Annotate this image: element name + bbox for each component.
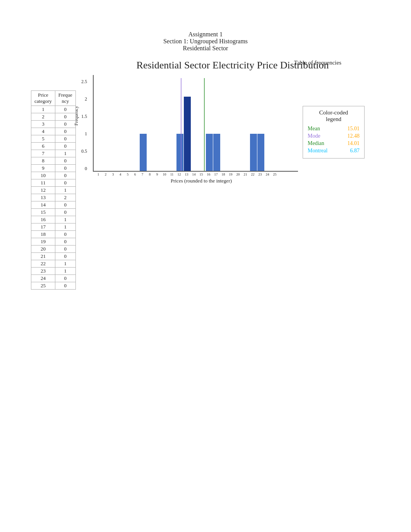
bar-23 xyxy=(257,134,264,171)
y-ticks: 2.5 2 1.5 1 0.5 0 xyxy=(81,79,87,172)
bar-17 xyxy=(213,134,220,171)
x-label-13: 13 xyxy=(183,172,190,176)
table-row: 150 xyxy=(31,209,76,216)
table-row: 20 xyxy=(31,113,76,121)
x-label-9: 9 xyxy=(154,172,161,176)
freq-count-cell: 0 xyxy=(55,253,75,260)
table-row: 30 xyxy=(31,121,76,128)
freq-table-body: 1020304050607180901001101211321401501611… xyxy=(31,106,76,290)
freq-table-header-freq: Frequency xyxy=(55,91,75,106)
x-label-6: 6 xyxy=(132,172,139,176)
table-row: 132 xyxy=(31,194,76,201)
freq-price-cell: 24 xyxy=(31,275,55,282)
freq-count-cell: 1 xyxy=(55,187,75,194)
freq-price-cell: 2 xyxy=(31,113,55,121)
table-row: 121 xyxy=(31,187,76,194)
freq-count-cell: 2 xyxy=(55,194,75,201)
x-axis-labels: 1234567891011121314151617181920212223242… xyxy=(95,172,310,176)
freq-price-cell: 11 xyxy=(31,179,55,187)
table-row: 10 xyxy=(31,106,76,113)
table-row: 40 xyxy=(31,128,76,135)
freq-price-cell: 15 xyxy=(31,209,55,216)
legend-mean-row: Mean 15.01 xyxy=(308,126,360,132)
freq-price-cell: 20 xyxy=(31,246,55,253)
bar-16 xyxy=(206,134,213,171)
freq-count-cell: 0 xyxy=(55,282,75,290)
freq-price-cell: 14 xyxy=(31,201,55,209)
table-row: 171 xyxy=(31,223,76,231)
freq-count-cell: 0 xyxy=(55,246,75,253)
table-row: 71 xyxy=(31,150,76,157)
freq-price-cell: 17 xyxy=(31,223,55,231)
y-tick-0: 0 xyxy=(81,166,87,172)
x-axis-title: Prices (rounded to the integer) xyxy=(93,178,310,184)
table-row: 90 xyxy=(31,165,76,172)
freq-count-cell: 0 xyxy=(55,143,75,150)
freq-count-cell: 0 xyxy=(55,157,75,165)
x-label-25: 25 xyxy=(271,172,278,176)
table-row: 200 xyxy=(31,246,76,253)
freq-count-cell: 0 xyxy=(55,128,75,135)
y-tick-1: 1 xyxy=(81,131,87,137)
x-label-5: 5 xyxy=(124,172,131,176)
table-row: 50 xyxy=(31,135,76,143)
freq-count-cell: 1 xyxy=(55,223,75,231)
x-label-4: 4 xyxy=(117,172,124,176)
freq-count-cell: 1 xyxy=(55,150,75,157)
x-label-11: 11 xyxy=(168,172,175,176)
x-label-15: 15 xyxy=(198,172,205,176)
freq-price-cell: 25 xyxy=(31,282,55,290)
legend-montreal-value: 6.87 xyxy=(350,148,360,154)
chart-inner xyxy=(93,75,298,172)
bar-12 xyxy=(176,134,183,171)
legend-mode-value: 12.48 xyxy=(348,133,360,139)
header-line2: Section 1: Ungrouped Histograms xyxy=(23,38,388,45)
freq-price-cell: 7 xyxy=(31,150,55,157)
table-row: 231 xyxy=(31,268,76,275)
x-label-3: 3 xyxy=(110,172,116,176)
bar-7 xyxy=(140,134,147,171)
x-label-16: 16 xyxy=(205,172,212,176)
x-label-10: 10 xyxy=(161,172,168,176)
freq-price-cell: 16 xyxy=(31,216,55,223)
legend-montreal-row: Montreal 6.87 xyxy=(308,148,360,154)
x-label-17: 17 xyxy=(212,172,219,176)
table-row: 190 xyxy=(31,238,76,246)
header-line3: Residential Sector xyxy=(23,45,388,52)
mean-line xyxy=(204,78,205,171)
x-label-18: 18 xyxy=(220,172,227,176)
bar-13 xyxy=(184,97,191,171)
legend-title: Color-coded legend xyxy=(308,109,360,123)
table-row: 210 xyxy=(31,253,76,260)
freq-table-container: Pricecategory Frequency 1020304050607180… xyxy=(31,90,76,290)
freq-price-cell: 4 xyxy=(31,128,55,135)
table-row: 180 xyxy=(31,231,76,238)
freq-count-cell: 0 xyxy=(55,113,75,121)
freq-price-cell: 23 xyxy=(31,268,55,275)
y-tick-0-5: 0.5 xyxy=(81,148,87,154)
freq-count-cell: 0 xyxy=(55,238,75,246)
main-content: Table of frequencies Residential Sector … xyxy=(23,60,388,408)
freq-table-header-price: Pricecategory xyxy=(31,91,55,106)
legend-median-value: 14.01 xyxy=(348,140,360,147)
freq-count-cell: 0 xyxy=(55,135,75,143)
freq-price-cell: 18 xyxy=(31,231,55,238)
x-label-12: 12 xyxy=(176,172,183,176)
y-tick-2-5: 2.5 xyxy=(81,79,87,85)
header-line1: Assignment 1 xyxy=(23,31,388,38)
table-row: 100 xyxy=(31,172,76,179)
table-row: 80 xyxy=(31,157,76,165)
y-tick-2: 2 xyxy=(81,96,87,102)
x-label-7: 7 xyxy=(139,172,146,176)
freq-price-cell: 9 xyxy=(31,165,55,172)
freq-count-cell: 0 xyxy=(55,165,75,172)
legend-median-row: Median 14.01 xyxy=(308,140,360,147)
x-label-8: 8 xyxy=(146,172,153,176)
table-row: 60 xyxy=(31,143,76,150)
freq-price-cell: 22 xyxy=(31,260,55,268)
bars-area xyxy=(96,78,298,171)
freq-count-cell: 0 xyxy=(55,201,75,209)
table-row: 250 xyxy=(31,282,76,290)
legend-mean-value: 15.01 xyxy=(348,126,360,132)
freq-count-cell: 0 xyxy=(55,275,75,282)
